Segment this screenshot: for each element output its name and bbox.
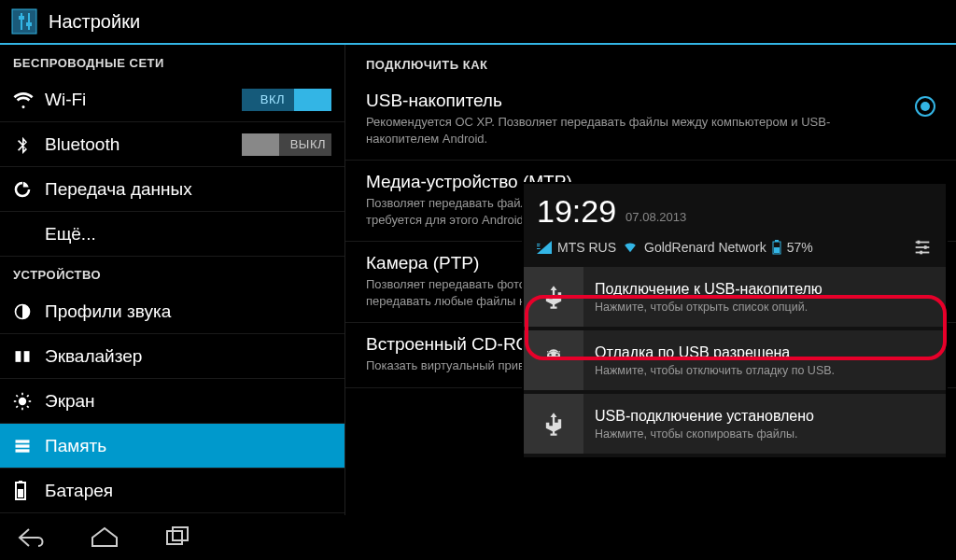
notification-desc: Нажмите, чтобы открыть список опций. [595, 301, 822, 314]
svg-rect-30 [918, 241, 921, 245]
option-desc: Рекомендуется ОС XP. Позволяет передават… [366, 114, 889, 147]
nav-label: Эквалайзер [45, 346, 142, 367]
svg-rect-0 [12, 9, 36, 34]
nav-item-wifi[interactable]: Wi‑Fi ВКЛ [0, 77, 344, 122]
home-button[interactable] [82, 521, 127, 554]
bluetooth-icon [13, 135, 45, 154]
nav-item-equalizer[interactable]: Эквалайзер [0, 334, 344, 379]
svg-rect-6 [16, 351, 21, 362]
signal-icon: E [537, 241, 552, 254]
svg-rect-7 [24, 351, 30, 362]
shade-time: 19:29 [537, 193, 616, 230]
carrier-label: MTS RUS [557, 240, 616, 255]
display-icon [13, 392, 45, 411]
android-icon [524, 330, 583, 390]
nav-item-bluetooth[interactable]: Bluetooth ВЫКЛ [0, 122, 344, 167]
nav-label: Wi‑Fi [45, 90, 86, 110]
notification-usb-debugging[interactable]: Отладка по USB разрешена Нажмите, чтобы … [524, 330, 946, 390]
battery-pct: 57% [787, 240, 813, 255]
usb-icon [524, 267, 583, 327]
wifi-icon [622, 241, 639, 254]
nav-item-storage[interactable]: Память [0, 424, 344, 469]
svg-line-13 [16, 395, 18, 397]
notification-title: Подключение к USB-накопителю [595, 281, 822, 298]
svg-rect-3 [19, 16, 24, 20]
usb-icon [524, 394, 583, 454]
action-bar: Настройки [0, 0, 956, 45]
nav-item-battery[interactable]: Батарея [0, 469, 344, 513]
notification-usb-connected[interactable]: USB-подключение установлено Нажмите, что… [524, 394, 946, 454]
notification-usb-storage[interactable]: Подключение к USB-накопителю Нажмите, чт… [524, 267, 946, 327]
svg-rect-4 [26, 22, 32, 26]
recents-button[interactable] [155, 521, 200, 554]
audio-icon [13, 302, 45, 321]
svg-rect-19 [16, 449, 30, 452]
svg-rect-36 [173, 527, 188, 540]
nav-category-device: УСТРОЙСТВО [0, 257, 344, 289]
system-nav-bar [0, 515, 956, 560]
svg-line-16 [27, 395, 29, 397]
settings-app-icon [9, 7, 39, 36]
notification-title: USB-подключение установлено [595, 408, 814, 425]
wifi-toggle[interactable]: ВКЛ [242, 89, 331, 111]
equalizer-icon [13, 347, 45, 366]
nav-label: Передача данных [45, 179, 192, 200]
back-button[interactable] [9, 521, 54, 554]
bluetooth-toggle[interactable]: ВЫКЛ [242, 133, 331, 156]
nav-item-display[interactable]: Экран [0, 379, 344, 424]
option-usb-storage[interactable]: USB-накопитель Рекомендуется ОС XP. Позв… [345, 79, 956, 161]
detail-header: ПОДКЛЮЧИТЬ КАК [345, 45, 956, 79]
battery-icon [13, 481, 45, 501]
svg-rect-18 [16, 444, 30, 447]
quick-settings-icon[interactable] [912, 237, 933, 258]
svg-rect-32 [920, 251, 922, 255]
shade-status-row: E MTS RUS GoldRenard Network 57% [524, 237, 946, 267]
nav-label: Экран [45, 391, 95, 412]
shade-date: 07.08.2013 [626, 210, 686, 224]
svg-line-14 [27, 406, 29, 408]
nav-item-audio-profiles[interactable]: Профили звука [0, 289, 344, 334]
svg-rect-35 [167, 531, 182, 544]
svg-line-15 [16, 406, 18, 408]
notification-desc: Нажмите, чтобы отключить отладку по USB. [595, 364, 835, 377]
shade-clock-row: 19:29 07.08.2013 [524, 184, 946, 237]
svg-rect-25 [775, 240, 779, 242]
action-bar-title: Настройки [49, 11, 140, 33]
svg-text:E: E [537, 242, 541, 251]
wifi-icon [13, 90, 45, 110]
radio-button[interactable] [915, 96, 935, 117]
svg-point-33 [549, 354, 551, 356]
nav-label: Профили звука [45, 301, 171, 322]
option-title: USB-накопитель [366, 91, 907, 111]
storage-icon [13, 437, 45, 455]
svg-rect-31 [924, 245, 927, 249]
notification-title: Отладка по USB разрешена [595, 344, 835, 361]
notification-shade[interactable]: 19:29 07.08.2013 E MTS RUS GoldRenard Ne… [523, 183, 947, 458]
settings-nav: БЕСПРОВОДНЫЕ СЕТИ Wi‑Fi ВКЛ Bluetooth ВЫ… [0, 45, 345, 515]
wifi-network-label: GoldRenard Network [644, 240, 766, 255]
svg-rect-22 [18, 489, 23, 497]
nav-category-wireless: БЕСПРОВОДНЫЕ СЕТИ [0, 45, 344, 77]
nav-label: Батарея [45, 481, 113, 501]
svg-rect-21 [19, 481, 22, 483]
nav-item-data-usage[interactable]: Передача данных [0, 167, 344, 212]
nav-label: Память [45, 436, 106, 456]
svg-point-34 [555, 354, 557, 356]
nav-item-more[interactable]: Ещё... [0, 212, 344, 257]
nav-label: Bluetooth [45, 134, 120, 155]
svg-rect-17 [16, 440, 30, 442]
nav-label: Ещё... [45, 224, 96, 245]
battery-icon [772, 240, 781, 255]
svg-point-8 [19, 397, 26, 404]
notification-desc: Нажмите, чтобы скопировать файлы. [595, 427, 814, 441]
svg-rect-26 [774, 247, 780, 253]
data-usage-icon [13, 180, 45, 199]
